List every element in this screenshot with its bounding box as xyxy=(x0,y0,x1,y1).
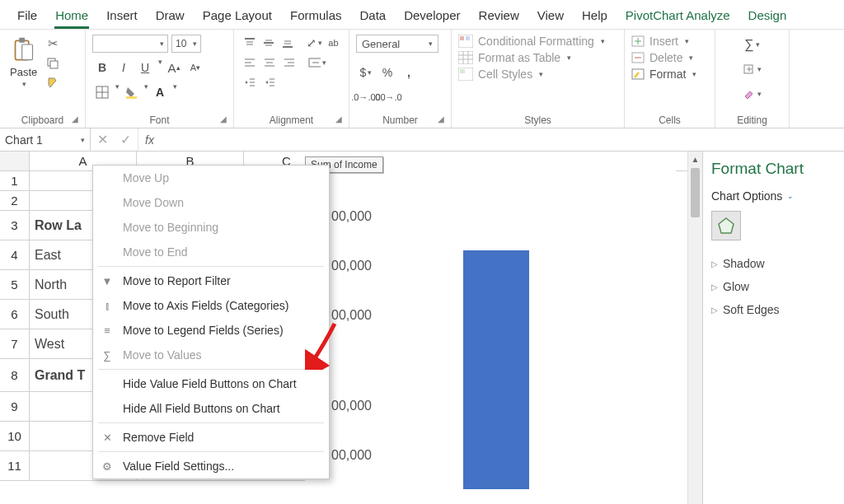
underline-button[interactable]: U xyxy=(135,58,155,77)
tab-help[interactable]: Help xyxy=(573,5,617,27)
merge-center-button[interactable]: ▾ xyxy=(308,54,326,71)
autosum-button[interactable]: ∑▾ xyxy=(722,35,782,54)
tab-home[interactable]: Home xyxy=(46,5,97,27)
accounting-format-button[interactable]: $▾ xyxy=(356,63,376,82)
svg-marker-52 xyxy=(719,218,734,233)
chevron-down-icon[interactable]: ▾ xyxy=(158,58,162,77)
chevron-down-icon[interactable]: ▾ xyxy=(144,82,148,102)
decrease-font-button[interactable]: A▾ xyxy=(185,58,205,77)
number-format-combo[interactable]: General▾ xyxy=(356,35,438,53)
fx-icon[interactable]: fx xyxy=(138,133,161,147)
row-header[interactable]: 7 xyxy=(0,329,30,359)
group-label-font: Font xyxy=(149,114,169,126)
tab-formulas[interactable]: Formulas xyxy=(281,5,351,27)
worksheet[interactable]: A B C D E F G 123Row La4East5North6South… xyxy=(0,152,687,504)
tab-draw[interactable]: Draw xyxy=(147,5,194,27)
svg-rect-8 xyxy=(126,96,137,99)
align-left-button[interactable] xyxy=(241,54,259,71)
menu-item[interactable]: ⫿Move to Axis Fields (Categories) xyxy=(93,293,329,318)
row-header[interactable]: 9 xyxy=(0,392,30,422)
copy-icon[interactable] xyxy=(45,56,60,71)
row-header[interactable]: 10 xyxy=(0,422,30,451)
enter-icon[interactable]: ✓ xyxy=(120,132,131,147)
svg-rect-1 xyxy=(19,38,25,43)
italic-button[interactable]: I xyxy=(114,58,134,77)
tab-insert[interactable]: Insert xyxy=(97,5,147,27)
cut-icon[interactable]: ✂ xyxy=(45,36,60,51)
format-as-table-button[interactable]: Format as Table▾ xyxy=(458,51,617,64)
format-painter-icon[interactable] xyxy=(45,76,60,91)
tab-file[interactable]: File xyxy=(8,5,46,27)
menu-item[interactable]: Hide All Field Buttons on Chart xyxy=(93,396,329,421)
clear-button[interactable]: ▾ xyxy=(722,84,782,104)
borders-button[interactable] xyxy=(92,82,112,102)
bold-button[interactable]: B xyxy=(92,58,112,77)
chevron-down-icon[interactable]: ▾ xyxy=(173,82,177,102)
decrease-indent-button[interactable] xyxy=(241,74,259,91)
row-header[interactable]: 4 xyxy=(0,240,30,270)
font-color-button[interactable]: A xyxy=(150,82,170,102)
increase-indent-button[interactable] xyxy=(260,74,279,91)
tab-view[interactable]: View xyxy=(528,5,573,27)
comma-format-button[interactable]: , xyxy=(399,63,419,82)
align-bottom-button[interactable] xyxy=(279,35,296,51)
dialog-launcher-icon[interactable]: ◢ xyxy=(72,114,78,124)
delete-cells-button[interactable]: Delete▾ xyxy=(631,51,708,64)
row-header[interactable]: 5 xyxy=(0,270,30,300)
dialog-launcher-icon[interactable]: ◢ xyxy=(220,114,227,124)
menu-item[interactable]: Hide Value Field Buttons on Chart xyxy=(93,371,329,396)
tab-developer[interactable]: Developer xyxy=(395,5,469,27)
row-header[interactable]: 1 xyxy=(0,171,30,191)
orientation-button[interactable]: ⤢▾ xyxy=(306,35,323,51)
menu-item[interactable]: ✕Remove Field xyxy=(93,425,329,450)
dialog-launcher-icon[interactable]: ◢ xyxy=(438,114,444,124)
wrap-text-button[interactable]: ab xyxy=(325,35,342,51)
scroll-up-icon[interactable]: ▲ xyxy=(688,152,702,166)
name-box[interactable]: Chart 1▾ xyxy=(0,128,91,151)
row-header[interactable]: 3 xyxy=(0,211,30,240)
pane-section-shadow[interactable]: ▷Shadow xyxy=(711,252,836,275)
pane-section-glow[interactable]: ▷Glow xyxy=(711,275,836,298)
percent-format-button[interactable]: % xyxy=(377,63,397,82)
menu-item[interactable]: ≡Move to Legend Fields (Series) xyxy=(93,318,329,343)
format-cells-button[interactable]: Format▾ xyxy=(631,68,708,81)
tab-page-layout[interactable]: Page Layout xyxy=(194,5,281,27)
decrease-decimal-button[interactable]: .00→.0 xyxy=(377,87,397,107)
dialog-launcher-icon[interactable]: ◢ xyxy=(335,114,342,124)
align-right-button[interactable] xyxy=(280,54,298,71)
pivot-chart[interactable]: Sum of Income 00,000 00,000 00,000 00,00… xyxy=(305,152,676,489)
select-all-corner[interactable] xyxy=(0,152,30,170)
tab-pivotchart-analyze[interactable]: PivotChart Analyze xyxy=(617,5,739,27)
increase-font-button[interactable]: A▴ xyxy=(164,58,184,77)
ribbon: Paste ▾ ✂ Clipboard◢ ▾ 10▾ B I U ▾ A▴ xyxy=(0,30,844,128)
menu-item: Move to Beginning xyxy=(93,215,329,240)
align-center-button[interactable] xyxy=(260,54,279,71)
vertical-scrollbar[interactable]: ▲ xyxy=(687,152,702,504)
menu-item[interactable]: ⚙Value Field Settings... xyxy=(93,454,329,478)
tab-review[interactable]: Review xyxy=(470,5,528,27)
row-header[interactable]: 8 xyxy=(0,359,30,392)
pane-section-soft-edges[interactable]: ▷Soft Edges xyxy=(711,298,836,321)
tab-design[interactable]: Design xyxy=(739,5,796,27)
conditional-formatting-button[interactable]: Conditional Formatting▾ xyxy=(458,35,617,48)
row-header[interactable]: 11 xyxy=(0,451,30,481)
tab-data[interactable]: Data xyxy=(350,5,395,27)
font-size-combo[interactable]: 10▾ xyxy=(171,35,201,53)
paste-button[interactable]: Paste ▾ xyxy=(7,35,40,90)
font-name-combo[interactable]: ▾ xyxy=(92,35,168,53)
pane-subtitle[interactable]: Chart Options⌄ xyxy=(711,189,836,203)
fill-button[interactable]: ▾ xyxy=(722,59,782,79)
scroll-thumb[interactable] xyxy=(691,168,700,217)
cell-styles-button[interactable]: Cell Styles▾ xyxy=(458,68,617,81)
group-label-editing: Editing xyxy=(737,114,767,126)
menu-item[interactable]: ▼Move to Report Filter xyxy=(93,268,329,293)
row-header[interactable]: 6 xyxy=(0,300,30,329)
align-top-button[interactable] xyxy=(241,35,258,51)
align-middle-button[interactable] xyxy=(260,35,277,51)
effects-tab-button[interactable] xyxy=(711,211,741,240)
chevron-down-icon[interactable]: ▾ xyxy=(115,82,120,102)
insert-cells-button[interactable]: Insert▾ xyxy=(631,35,708,48)
fill-color-button[interactable] xyxy=(121,82,141,102)
row-header[interactable]: 2 xyxy=(0,191,30,211)
cancel-icon[interactable]: ✕ xyxy=(97,132,108,147)
